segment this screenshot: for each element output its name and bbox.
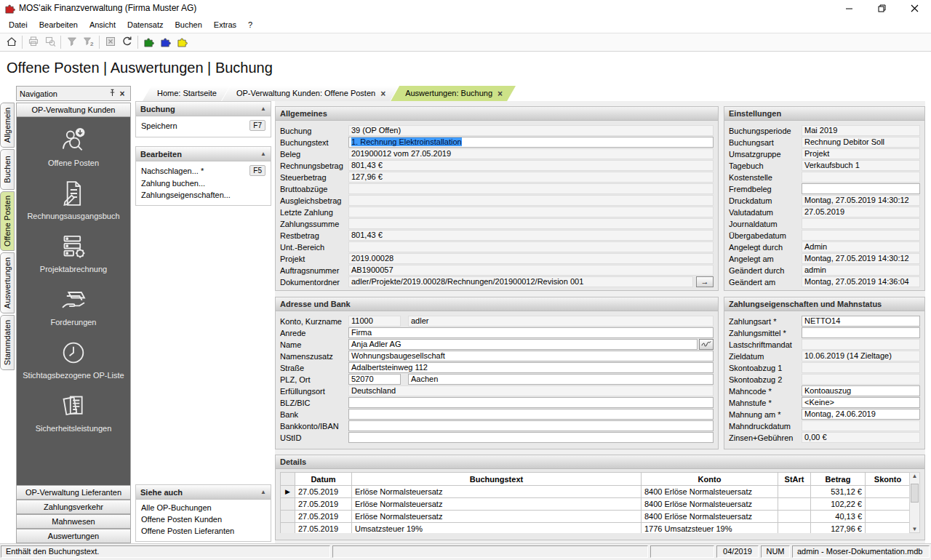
nav-item-forderungen[interactable]: Forderungen [17,285,130,327]
nav-group-mahnwesen[interactable]: Mahnwesen [16,514,131,529]
collapse-icon[interactable]: ▲ [260,151,266,157]
field-value[interactable] [802,362,920,373]
field-value[interactable]: Verkaufsbuch 1 [802,160,920,171]
menu-item-datensatz[interactable]: Datensatz [121,18,169,31]
nav-item-offene-posten[interactable]: Offene Posten [17,126,130,167]
close-panel-icon[interactable]: × [117,89,127,99]
field-value[interactable] [802,172,920,183]
abort-button[interactable] [102,34,119,50]
column-header-betrag[interactable]: Betrag [811,473,866,486]
field-value[interactable]: 27.05.2019 [802,207,920,217]
field-value[interactable]: Projekt [802,148,920,159]
field-value[interactable] [348,241,714,252]
nav-item-stichtagsbezogene-op-liste[interactable]: Stichtagsbezogene OP-Liste [17,338,130,380]
plugin-yellow-button[interactable] [174,34,191,50]
menu-item-bearbeiten[interactable]: Bearbeiten [33,18,84,31]
field-value[interactable]: 11000 [348,316,401,327]
collapse-icon[interactable]: ▲ [260,489,266,495]
nav-group-zahlungsverkehr[interactable]: Zahlungsverkehr [16,500,131,514]
side-tab-stammdaten[interactable]: Stammdaten [0,315,15,370]
field-value[interactable] [802,183,920,194]
field-value[interactable]: 52070 [348,374,401,385]
tab-auswertungen-buchung[interactable]: Auswertungen: Buchung× [391,86,516,101]
plugin-green-button[interactable] [140,34,157,50]
action-offene-posten-lieferanten[interactable]: Offene Posten Lieferanten [136,525,271,537]
section-header-siehe-auch[interactable]: Siehe auch▲ [136,485,271,500]
side-tab-offene-posten[interactable]: Offene Posten [0,191,15,251]
field-value[interactable]: Mai 2019 [802,125,920,136]
field-value[interactable]: 2019.00028 [348,253,714,264]
field-value[interactable] [802,420,920,431]
tab-home-startseite[interactable]: Home: Startseite [143,86,230,101]
field-value[interactable]: Firma [348,327,714,338]
field-value[interactable] [348,409,714,420]
field-value[interactable] [348,420,714,431]
nav-group-op-verwaltung-lieferanten[interactable]: OP-Verwaltung Lieferanten [16,485,131,500]
nav-group-auswertungen[interactable]: Auswertungen [16,529,131,543]
details-scrollbar[interactable]: ▲▼ [909,472,920,533]
refresh-button[interactable] [119,34,135,50]
action-speichern[interactable]: SpeichernF7 [136,119,271,132]
field-value[interactable]: 1. Rechnung Elektroinstallation [348,137,714,148]
filter-remove-button[interactable]: 2 [80,34,97,50]
field-value[interactable]: Montag, 27.05.2019 14:30:12 [802,253,920,264]
menu-item-ansicht[interactable]: Ansicht [84,18,121,31]
field-value[interactable]: Deutschland [348,385,714,396]
action-zahlungseigenschaften[interactable]: Zahlungseigenschaften... [136,189,271,201]
field-value[interactable] [802,374,920,385]
menu-item-buchen[interactable]: Buchen [169,18,208,31]
table-row[interactable]: ▶27.05.2019Erlöse Normalsteuersatz8400 E… [281,486,911,498]
nav-item-sicherheitsleistungen[interactable]: Sicherheitsleistungen [17,391,130,433]
nav-group-op-verwaltung-kunden[interactable]: OP-Verwaltung Kunden [16,103,131,117]
table-row[interactable]: 27.05.2019Umsatzsteuer 19%1776 Umsatzste… [281,523,911,534]
side-tab-allgemein[interactable]: Allgemein [0,103,15,148]
field-value[interactable]: admin [802,265,920,276]
signature-button[interactable] [699,339,714,350]
field-value[interactable]: Montag, 27.05.2019 14:36:04 [802,276,920,287]
menu-item-[interactable]: ? [242,18,258,31]
print-button[interactable] [25,34,41,50]
field-value[interactable]: Anja Adler AG [348,339,698,350]
field-value[interactable]: Wohnungsbaugesellschaft [348,351,714,361]
plugin-blue-button[interactable] [157,34,174,50]
restore-button[interactable] [866,0,898,16]
field-value[interactable] [348,195,714,206]
print-preview-button[interactable] [41,34,58,50]
column-header-konto[interactable]: Konto [642,473,778,486]
field-value[interactable]: <Keine> [802,397,920,408]
column-header-skonto[interactable]: Skonto [866,473,911,486]
column-header-buchungstext[interactable]: Buchungstext [352,473,642,486]
home-button[interactable] [3,34,20,50]
field-value[interactable]: 0,00 € [802,432,920,443]
field-value[interactable]: Montag, 27.05.2019 14:30:12 [802,195,920,206]
field-value[interactable] [348,183,714,194]
field-value[interactable]: NETTO14 [802,316,920,327]
nav-item-projektabrechnung[interactable]: Projektabrechnung [17,232,130,273]
section-header-buchung[interactable]: Buchung▲ [136,102,271,116]
action-alle-op-buchungen[interactable]: Alle OP-Buchungen [136,502,271,513]
action-zahlung-buchen[interactable]: Zahlung buchen... [136,177,271,189]
field-value[interactable]: 127,96 € [348,172,714,183]
tab-close-icon[interactable]: × [498,89,503,98]
pin-icon[interactable] [107,89,117,98]
section-header-bearbeiten[interactable]: Bearbeiten▲ [136,147,271,161]
field-value[interactable]: Admin [802,241,920,252]
side-tab-auswertungen[interactable]: Auswertungen [0,252,15,313]
field-value[interactable] [802,339,920,350]
field-value[interactable]: Adalbertsteinweg 112 [348,362,714,373]
action-offene-posten-kunden[interactable]: Offene Posten Kunden [136,513,271,525]
tab-op-verwaltung-kunden-offene-posten[interactable]: OP-Verwaltung Kunden: Offene Posten× [222,86,399,101]
field-value[interactable]: adler [408,316,714,327]
column-header-datum[interactable]: Datum [295,473,352,486]
field-value[interactable] [348,432,714,443]
field-value[interactable]: Rechnung Debitor Soll [802,137,920,148]
field-value[interactable]: Aachen [408,374,714,385]
menu-item-extras[interactable]: Extras [208,18,242,31]
field-value[interactable]: adler/Projekte/2019.00028/Rechnungen/201… [348,276,693,287]
close-button[interactable] [898,0,931,16]
field-value[interactable] [802,218,920,229]
table-row[interactable]: 27.05.2019Erlöse Normalsteuersatz8400 Er… [281,511,911,523]
menu-item-datei[interactable]: Datei [3,18,33,31]
filter-button[interactable] [63,34,80,50]
field-value[interactable]: 801,43 € [348,160,714,171]
